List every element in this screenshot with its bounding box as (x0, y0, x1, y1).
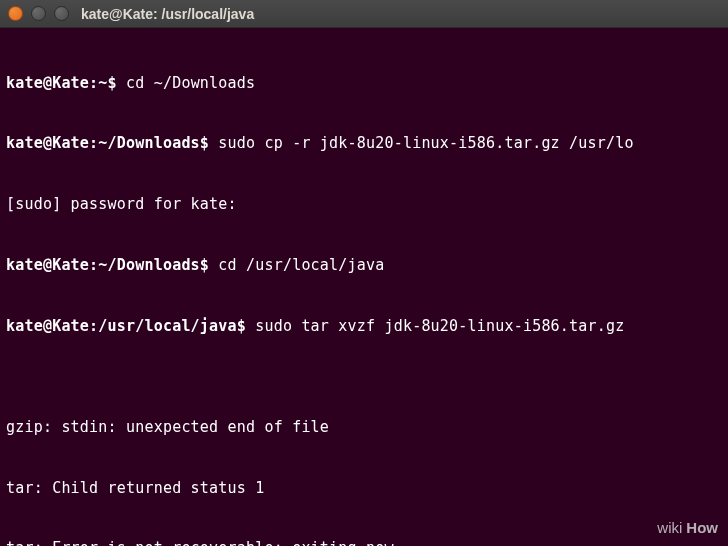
terminal-line: [sudo] password for kate: (6, 194, 722, 214)
maximize-icon[interactable] (54, 6, 69, 21)
prompt: kate@Kate:/usr/local/java$ (6, 317, 246, 335)
terminal-output[interactable]: kate@Kate:~$ cd ~/Downloads kate@Kate:~/… (0, 28, 728, 546)
watermark-prefix: wiki (657, 519, 682, 536)
close-icon[interactable] (8, 6, 23, 21)
window-title: kate@Kate: /usr/local/java (81, 6, 254, 22)
terminal-line: kate@Kate:~$ cd ~/Downloads (6, 73, 722, 93)
output-text: tar: Error is not recoverable: exiting n… (6, 539, 394, 546)
command-text: cd /usr/local/java (209, 256, 384, 274)
watermark: wikiHow (657, 519, 718, 536)
output-text: [sudo] password for kate: (6, 195, 237, 213)
terminal-line: kate@Kate:~/Downloads$ cd /usr/local/jav… (6, 255, 722, 275)
terminal-line: tar: Error is not recoverable: exiting n… (6, 538, 722, 546)
output-text: tar: Child returned status 1 (6, 479, 264, 497)
command-text: sudo tar xvzf jdk-8u20-linux-i586.tar.gz (246, 317, 624, 335)
window-controls (8, 6, 69, 21)
terminal-line: tar: Child returned status 1 (6, 478, 722, 498)
prompt: kate@Kate:~/Downloads$ (6, 134, 209, 152)
terminal-line: gzip: stdin: unexpected end of file (6, 417, 722, 437)
minimize-icon[interactable] (31, 6, 46, 21)
terminal-line: kate@Kate:~/Downloads$ sudo cp -r jdk-8u… (6, 133, 722, 153)
prompt: kate@Kate:~/Downloads$ (6, 256, 209, 274)
prompt: kate@Kate:~$ (6, 74, 117, 92)
titlebar: kate@Kate: /usr/local/java (0, 0, 728, 28)
command-text: cd ~/Downloads (117, 74, 255, 92)
watermark-suffix: How (686, 519, 718, 536)
command-text: sudo cp -r jdk-8u20-linux-i586.tar.gz /u… (209, 134, 634, 152)
output-text: gzip: stdin: unexpected end of file (6, 418, 329, 436)
terminal-line: kate@Kate:/usr/local/java$ sudo tar xvzf… (6, 316, 722, 336)
